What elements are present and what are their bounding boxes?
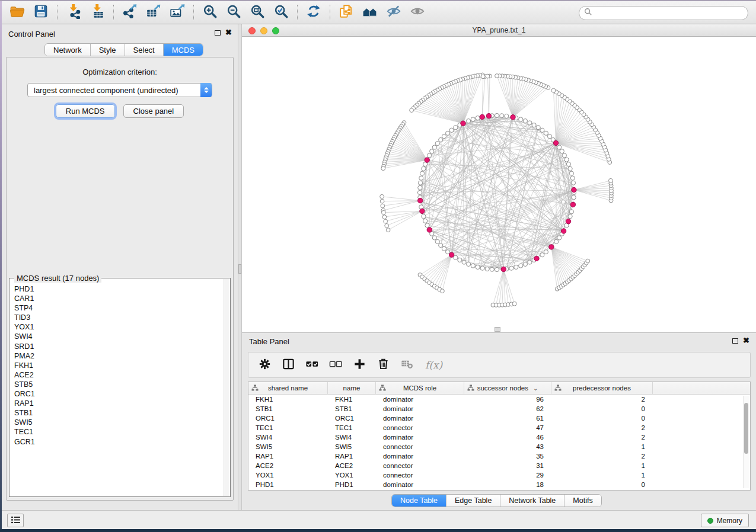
graph-ring-node[interactable] xyxy=(417,190,422,194)
graph-ring-node[interactable] xyxy=(432,236,436,240)
graph-ring-node[interactable] xyxy=(564,158,569,162)
column-header-MCDS-role[interactable]: MCDS role xyxy=(376,382,464,394)
search-input[interactable] xyxy=(592,9,748,17)
apply-layout-button[interactable] xyxy=(302,3,326,22)
graph-ring-node[interactable] xyxy=(523,119,527,123)
mcds-result-item[interactable]: CAR1 xyxy=(14,294,223,303)
tab-node-table[interactable]: Node Table xyxy=(392,495,446,507)
mcds-result-item[interactable]: YOX1 xyxy=(14,322,223,332)
mcds-result-item[interactable]: SWI5 xyxy=(14,418,223,427)
zoom-selected-button[interactable] xyxy=(269,3,293,22)
table-cell[interactable]: 18 xyxy=(464,481,551,488)
table-row[interactable]: TEC1TEC1connector472 xyxy=(248,423,750,432)
table-row[interactable]: ORC1ORC1dominator610 xyxy=(248,414,750,423)
table-cell[interactable]: 29 xyxy=(464,472,551,479)
graph-mcds-hub-node[interactable] xyxy=(572,187,576,192)
tab-style[interactable]: Style xyxy=(91,44,125,56)
table-row[interactable]: ACE2ACE2connector311 xyxy=(248,461,750,470)
graph-mcds-hub-node[interactable] xyxy=(418,198,423,203)
mcds-result-item[interactable]: PMA2 xyxy=(14,351,223,361)
table-cell[interactable]: 1 xyxy=(551,472,653,479)
graph-ring-node[interactable] xyxy=(471,117,475,121)
graph-ring-node[interactable] xyxy=(514,265,518,269)
table-cell[interactable]: connector xyxy=(376,424,464,431)
table-cell[interactable]: 2 xyxy=(551,424,653,431)
graph-ring-node[interactable] xyxy=(500,114,504,118)
table-cell[interactable]: PHD1 xyxy=(248,481,328,488)
close-table-panel-icon[interactable]: ✖ xyxy=(743,338,749,344)
table-row[interactable]: YOX1YOX1connector291 xyxy=(248,470,750,480)
tab-mcds[interactable]: MCDS xyxy=(164,44,203,56)
graph-ring-node[interactable] xyxy=(446,131,450,135)
graph-ring-node[interactable] xyxy=(544,250,548,254)
export-table-button[interactable] xyxy=(142,3,165,22)
tab-edge-table[interactable]: Edge Table xyxy=(446,495,500,507)
maximize-window-button[interactable] xyxy=(272,27,279,34)
graph-ring-node[interactable] xyxy=(423,219,428,223)
graph-ring-node[interactable] xyxy=(505,114,509,118)
graph-leaf-node[interactable] xyxy=(386,228,390,232)
graph-ring-node[interactable] xyxy=(442,134,446,139)
tab-select[interactable]: Select xyxy=(125,44,164,56)
graph-leaf-node[interactable] xyxy=(512,302,516,306)
graph-ring-node[interactable] xyxy=(435,142,439,146)
graph-ring-node[interactable] xyxy=(554,239,559,243)
add-column-button[interactable] xyxy=(352,357,367,373)
graph-ring-node[interactable] xyxy=(430,149,434,153)
graph-leaf-node[interactable] xyxy=(380,194,384,198)
table-cell[interactable]: 61 xyxy=(464,415,551,422)
graph-ring-node[interactable] xyxy=(495,113,499,117)
network-canvas[interactable] xyxy=(242,37,756,332)
graph-mcds-hub-node[interactable] xyxy=(534,256,539,261)
table-cell[interactable]: STB1 xyxy=(248,405,328,412)
open-session-button[interactable] xyxy=(5,3,29,22)
table-cell[interactable]: connector xyxy=(376,472,464,479)
column-header-successor-nodes[interactable]: successor nodes⌄ xyxy=(464,382,551,394)
graph-leaf-node[interactable] xyxy=(495,74,499,78)
graph-ring-node[interactable] xyxy=(566,162,570,166)
graph-ring-node[interactable] xyxy=(439,243,443,247)
graph-ring-node[interactable] xyxy=(528,260,532,264)
graph-leaf-node[interactable] xyxy=(609,178,613,182)
column-header-shared-name[interactable]: shared name xyxy=(248,382,328,394)
table-scrollbar[interactable] xyxy=(743,396,749,488)
graph-ring-node[interactable] xyxy=(570,176,575,180)
copy-network-button[interactable] xyxy=(334,3,358,22)
table-cell[interactable]: SWI5 xyxy=(328,443,376,450)
table-cell[interactable]: STB1 xyxy=(328,405,376,412)
delete-table-button[interactable] xyxy=(399,357,414,373)
table-cell[interactable]: 2 xyxy=(551,434,653,441)
vertical-splitter[interactable] xyxy=(238,24,242,510)
graph-leaf-node[interactable] xyxy=(486,74,490,78)
table-cell[interactable]: 47 xyxy=(464,424,551,431)
table-cell[interactable]: 35 xyxy=(464,453,551,460)
horizontal-splitter-grip[interactable] xyxy=(495,327,500,332)
table-cell[interactable]: TEC1 xyxy=(328,424,376,431)
select-all-checkboxes-button[interactable] xyxy=(304,357,320,373)
column-header-predecessor-nodes[interactable]: predecessor nodes xyxy=(551,382,653,394)
graph-ring-node[interactable] xyxy=(523,262,527,266)
graph-leaf-node[interactable] xyxy=(551,88,556,92)
graph-mcds-hub-node[interactable] xyxy=(501,267,506,271)
graph-mcds-hub-node[interactable] xyxy=(570,202,575,207)
graph-mcds-hub-node[interactable] xyxy=(561,229,566,233)
table-cell[interactable]: FKH1 xyxy=(328,396,376,403)
table-cell[interactable]: 1 xyxy=(551,462,653,469)
close-panel-icon[interactable]: ✖ xyxy=(225,30,232,36)
graph-leaf-node[interactable] xyxy=(380,199,384,203)
table-cell[interactable]: 31 xyxy=(464,462,551,469)
graph-mcds-hub-node[interactable] xyxy=(511,115,515,120)
mcds-result-item[interactable]: SWI4 xyxy=(14,332,223,341)
mcds-result-item[interactable]: PHD1 xyxy=(14,284,223,294)
graph-leaf-node[interactable] xyxy=(381,204,385,208)
column-header-name[interactable]: name xyxy=(328,382,376,394)
table-cell[interactable]: ORC1 xyxy=(248,415,328,422)
table-cell[interactable]: ACE2 xyxy=(328,462,376,469)
graph-ring-node[interactable] xyxy=(557,145,562,149)
graph-ring-node[interactable] xyxy=(560,149,564,153)
graph-ring-node[interactable] xyxy=(568,166,572,171)
table-cell[interactable]: ACE2 xyxy=(248,462,328,469)
graph-ring-node[interactable] xyxy=(532,123,536,127)
mcds-result-item[interactable]: ACE2 xyxy=(14,370,223,380)
graph-ring-node[interactable] xyxy=(442,246,446,251)
